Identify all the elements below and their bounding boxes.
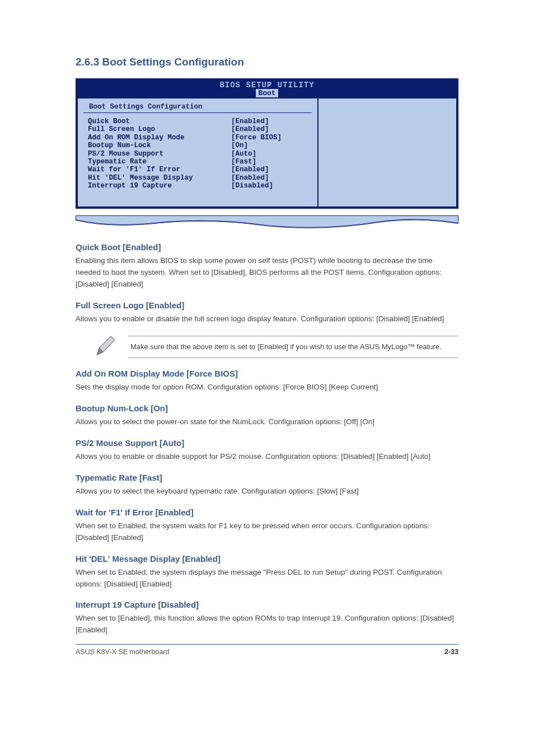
option-heading: Typematic Rate [Fast] — [76, 473, 458, 482]
bios-setting-row[interactable]: Typematic Rate[Fast] — [88, 158, 313, 166]
bios-setting-row[interactable]: Hit 'DEL' Message Display[Enabled] — [88, 174, 313, 182]
bios-setting-label: PS/2 Mouse Support — [88, 150, 231, 158]
bios-setting-label: Wait for 'F1' If Error — [88, 166, 231, 173]
bios-sub-header: Boot Settings Configuration — [83, 101, 312, 113]
bios-setting-row[interactable]: Add On ROM Display Mode[Force BIOS] — [88, 134, 313, 142]
bios-setting-value: [Fast] — [231, 158, 256, 166]
footer-left: ASUS K8V-X SE motherboard — [76, 648, 169, 656]
bios-setting-value: [Auto] — [231, 150, 256, 158]
bios-setting-value: [Enabled] — [231, 166, 269, 173]
pencil-icon — [92, 335, 116, 359]
option-description: Enabling this item allows BIOS to skip s… — [76, 255, 458, 290]
option-heading: Wait for 'F1' If Error [Enabled] — [76, 508, 458, 517]
option-description: When set to Enabled, the system waits fo… — [76, 520, 458, 544]
bios-setting-value: [On] — [231, 142, 248, 149]
option-heading: Hit 'DEL' Message Display [Enabled] — [76, 554, 458, 564]
bios-title: BIOS SETUP UTILITY — [77, 79, 457, 90]
bios-setting-value: [Disabled] — [231, 182, 273, 190]
bios-setting-row[interactable]: Quick Boot[Enabled] — [88, 118, 313, 125]
bios-setting-row[interactable]: PS/2 Mouse Support[Auto] — [88, 150, 313, 158]
bios-tab-boot[interactable]: Boot — [77, 89, 457, 97]
option-description: When set to [Enabled], this function all… — [76, 613, 458, 636]
bios-setting-label: Bootup Num-Lock — [88, 142, 231, 149]
option-heading: PS/2 Mouse Support [Auto] — [76, 438, 458, 448]
note-text: Make sure that the above item is set to … — [128, 336, 458, 358]
bios-setting-row[interactable]: Interrupt 19 Capture[Disabled] — [88, 182, 313, 190]
note-block: Make sure that the above item is set to … — [92, 335, 458, 359]
option-description: Allows you to select the keyboard typema… — [76, 486, 458, 497]
option-heading: Add On ROM Display Mode [Force BIOS] — [76, 369, 458, 378]
bios-setting-row[interactable]: Bootup Num-Lock[On] — [88, 142, 313, 149]
bios-setting-row[interactable]: Full Screen Logo[Enabled] — [88, 125, 313, 133]
bios-setting-label: Interrupt 19 Capture — [88, 182, 231, 190]
bios-setting-value: [Enabled] — [231, 118, 269, 125]
option-description: When set to Enabled, the system displays… — [76, 567, 458, 590]
footer-page-number: 2-33 — [444, 648, 458, 656]
bios-setting-label: Full Screen Logo — [88, 125, 231, 133]
torn-edge-decoration — [76, 215, 458, 231]
bios-setting-label: Add On ROM Display Mode — [88, 134, 231, 142]
section-heading: 2.6.3 Boot Settings Configuration — [76, 56, 458, 68]
bios-setting-row[interactable]: Wait for 'F1' If Error[Enabled] — [88, 166, 313, 173]
page-footer: ASUS K8V-X SE motherboard 2-33 — [76, 644, 458, 656]
bios-help-pane — [318, 98, 456, 206]
option-heading: Interrupt 19 Capture [Disabled] — [76, 600, 458, 609]
bios-setting-value: [Enabled] — [231, 174, 269, 182]
bios-setting-label: Quick Boot — [88, 118, 231, 125]
option-description: Sets the display mode for option ROM. Co… — [76, 382, 458, 393]
bios-left-pane: Boot Settings Configuration Quick Boot[E… — [78, 98, 318, 206]
bios-setting-label: Typematic Rate — [88, 158, 231, 166]
option-description: Allows you to enable or disable the full… — [76, 313, 458, 325]
option-description: Allows you to enable or disable support … — [76, 451, 458, 463]
bios-setting-value: [Enabled] — [231, 125, 269, 133]
option-description: Allows you to select the power-on state … — [76, 416, 458, 428]
option-heading: Full Screen Logo [Enabled] — [76, 300, 458, 310]
bios-setting-label: Hit 'DEL' Message Display — [88, 174, 231, 182]
option-heading: Bootup Num-Lock [On] — [76, 403, 458, 413]
option-heading: Quick Boot [Enabled] — [76, 242, 458, 252]
bios-panel: BIOS SETUP UTILITY Boot Boot Settings Co… — [76, 78, 458, 209]
bios-setting-value: [Force BIOS] — [231, 134, 282, 142]
